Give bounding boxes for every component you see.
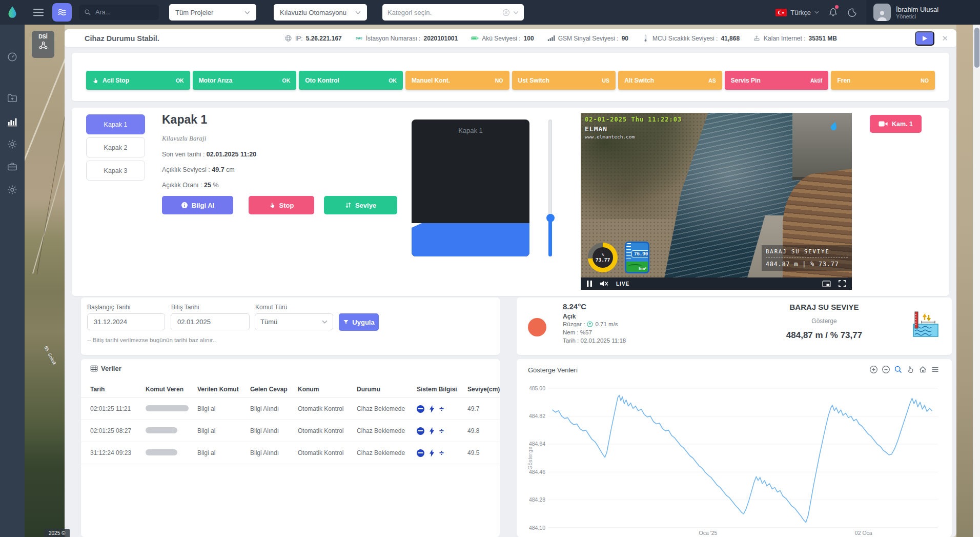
clear-icon[interactable] — [502, 9, 510, 16]
project-select[interactable]: Tüm Projeler — [169, 4, 256, 21]
search-box[interactable] — [79, 5, 159, 20]
automations-button[interactable] — [52, 3, 72, 22]
table-row[interactable]: 02:01:25 11:21Bilgi alBilgi AlındıOtomat… — [81, 398, 500, 420]
gate-control-card: Kapak 1 Kapak 2 Kapak 3 Kapak 1 Kilavuzl… — [72, 108, 949, 296]
gauge-line-chart[interactable]: 485.00484.82484.64484.46484.28484.10Oca … — [517, 380, 952, 537]
status-chip[interactable]: Oto KontrolOK — [299, 71, 403, 90]
svg-text:Gösterge: Gösterge — [527, 446, 533, 469]
sidebar-item-reports[interactable] — [7, 116, 18, 127]
water-level-icon — [907, 311, 939, 340]
table-row[interactable]: 02:01:25 08:27Bilgi alBilgi AlındıOtomat… — [81, 420, 500, 442]
automation-select[interactable]: Kılavuzlu Otomasyonu — [274, 4, 367, 21]
stop-button[interactable]: Stop — [249, 196, 314, 214]
slider-handle[interactable] — [546, 214, 555, 222]
selection-zoom-icon[interactable] — [894, 365, 903, 374]
table-header-cell: Tarih — [90, 386, 146, 393]
pause-icon[interactable] — [587, 281, 592, 287]
status-chip[interactable]: Manuel Kont.NO — [405, 71, 509, 90]
zoom-in-icon[interactable] — [869, 365, 878, 374]
status-chip[interactable]: Ust SwitchUS — [512, 71, 616, 90]
svg-text:484.64: 484.64 — [529, 441, 545, 447]
svg-text:485.00: 485.00 — [529, 385, 545, 391]
briefcase-icon — [7, 161, 18, 172]
table-header-cell: Konum — [298, 386, 357, 393]
minus-circle-icon[interactable] — [417, 405, 424, 413]
tab-kapak-1[interactable]: Kapak 1 — [86, 114, 145, 134]
sidebar-item-projects[interactable] — [7, 92, 18, 104]
camera-1-button[interactable]: Kam. 1 — [870, 115, 922, 133]
gate-title: Kapak 1 — [162, 113, 207, 127]
svg-text:Oca '25: Oca '25 — [699, 530, 717, 536]
search-icon — [84, 9, 91, 16]
scrollbar-thumb[interactable] — [974, 28, 979, 68]
tab-kapak-3[interactable]: Kapak 3 — [86, 161, 145, 181]
status-item: Aİstasyon Numarası : 2020101001 — [355, 34, 458, 42]
status-item: Akü Seviyesi : 100 — [471, 34, 534, 42]
lightning-icon[interactable] — [429, 405, 435, 413]
video-camera-icon — [879, 121, 888, 127]
zoom-out-icon[interactable] — [882, 365, 890, 374]
status-chip[interactable]: Motor ArızaOK — [193, 71, 297, 90]
camera-view[interactable]: 02-01-2025 Thu 11:22:03 ELMAN www.elmant… — [581, 113, 852, 290]
search-input[interactable] — [95, 9, 147, 16]
fullscreen-icon[interactable] — [839, 280, 846, 287]
status-chip[interactable]: FrenNO — [831, 71, 935, 90]
lightning-icon[interactable] — [429, 449, 435, 457]
navbar-right-cluster: Türkçe İbrahim Ulusal Yönetici — [775, 0, 980, 25]
muted-speaker-icon[interactable] — [600, 280, 608, 287]
table-header-cell: Gelen Cevap — [250, 386, 298, 393]
minus-circle-icon[interactable] — [417, 449, 424, 457]
start-date-input[interactable] — [87, 313, 165, 330]
svg-text:484.10: 484.10 — [529, 525, 545, 531]
play-button[interactable] — [915, 31, 934, 46]
gate-viz-label: Kapak 1 — [412, 127, 529, 134]
level-button[interactable]: Seviye — [324, 196, 397, 214]
sidebar-item-gauge[interactable] — [7, 51, 18, 63]
pan-icon[interactable] — [906, 365, 915, 374]
divide-icon[interactable]: ÷ — [439, 405, 444, 412]
home-icon[interactable] — [918, 365, 927, 374]
close-icon[interactable]: ✕ — [942, 34, 948, 43]
category-select[interactable] — [382, 4, 524, 21]
gauge-chart-card: Gösterge Verileri 485.00484.82484.64484.… — [517, 359, 952, 537]
user-menu[interactable]: İbrahim Ulusal Yönetici — [866, 0, 980, 25]
table-title: Veriler — [90, 365, 121, 372]
status-item: Kalan Internet : 35351 MB — [753, 34, 837, 42]
dsi-layer-badge[interactable]: DSİ — [32, 31, 54, 58]
table-row[interactable]: 31:12:24 09:23Bilgi alBilgi AlındıOtomat… — [81, 442, 500, 464]
end-date-input[interactable] — [171, 313, 250, 330]
apply-filter-button[interactable]: Uygula — [339, 313, 379, 331]
command-type-select[interactable]: Tümü — [255, 313, 333, 330]
picture-in-picture-icon[interactable] — [822, 281, 831, 287]
start-date-label: Başlangıç Tarihi — [87, 304, 131, 311]
network-icon — [38, 41, 48, 50]
sidebar-item-settings[interactable] — [7, 138, 18, 150]
table-body: 02:01:25 11:21Bilgi alBilgi AlındıOtomat… — [81, 398, 500, 464]
hand-icon — [269, 202, 276, 209]
chart-menu-icon[interactable] — [931, 365, 940, 374]
lightning-icon[interactable] — [429, 427, 435, 435]
status-chip[interactable]: Alt SwitchAS — [618, 71, 722, 90]
status-chip[interactable]: Servis PinAktif — [725, 71, 829, 90]
person-icon — [876, 9, 888, 21]
tab-kapak-2[interactable]: Kapak 2 — [86, 137, 145, 157]
page-scrollbar[interactable] — [973, 25, 980, 537]
notifications-button[interactable] — [828, 6, 838, 19]
info-button[interactable]: Bilgi Al — [162, 196, 233, 214]
sidebar-item-system[interactable] — [7, 184, 18, 195]
gate-water-fill — [412, 223, 529, 256]
device-status-title: Cihaz Durumu Stabil. — [85, 34, 223, 43]
divide-icon[interactable]: ÷ — [439, 449, 444, 456]
map-background-right — [956, 25, 973, 537]
volume-gauge: 76.90 hm³ — [625, 242, 649, 273]
divide-icon[interactable]: ÷ — [439, 427, 444, 434]
language-select[interactable]: Türkçe — [775, 9, 819, 16]
gate-level-slider[interactable] — [548, 120, 553, 256]
status-chip[interactable]: Acil StopOK — [86, 71, 190, 90]
sidebar-item-toolbox[interactable] — [7, 161, 18, 172]
minus-circle-icon[interactable] — [417, 427, 424, 435]
category-input[interactable] — [387, 9, 502, 16]
volume-unit: hm³ — [639, 266, 646, 271]
menu-toggle-icon[interactable] — [32, 6, 45, 19]
dark-mode-toggle[interactable] — [847, 8, 857, 17]
